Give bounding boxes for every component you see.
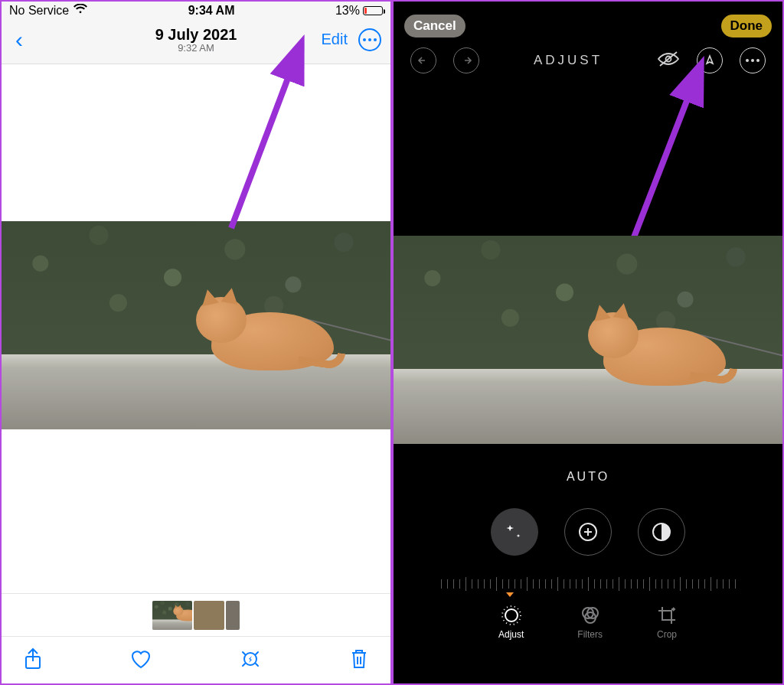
more-button[interactable] [358,28,381,51]
photo-area[interactable] [2,64,390,593]
auto-enhance-effect[interactable] [491,508,538,556]
tab-adjust[interactable]: Adjust [498,605,524,640]
nav-bar: ‹ 9 July 2021 9:32 AM Edit [2,20,390,64]
wifi-icon [74,4,87,18]
status-bar: No Service 9:34 AM 13% [2,2,390,20]
battery-pct: 13% [335,4,360,18]
svg-point-8 [505,609,518,621]
carrier-label: No Service [9,4,69,18]
more-options-button[interactable] [740,47,766,73]
adjust-name-label: AUTO [394,470,782,484]
photo-editor-screen: Cancel Done ADJUST [392,0,784,685]
editor-topbar: Cancel Done [394,8,782,44]
annotation-arrow [216,37,338,239]
edit-button[interactable]: Edit [322,31,348,48]
heart-icon[interactable] [129,648,152,673]
trash-icon[interactable] [349,647,369,674]
editor-toolbar: ADJUST [394,46,782,75]
photo [2,221,390,429]
thumbnail[interactable] [152,601,192,630]
done-button[interactable]: Done [721,15,773,38]
tab-label: Crop [657,629,677,640]
exposure-effect[interactable] [564,508,612,556]
photos-viewer-screen: No Service 9:34 AM 13% ‹ 9 July 2021 9:3… [0,0,392,685]
svg-line-5 [634,67,700,237]
brilliance-effect[interactable] [638,508,685,556]
thumbnail-strip[interactable] [2,593,390,636]
tab-crop[interactable]: Crop [656,605,678,640]
redo-button[interactable] [453,47,479,73]
live-photo-icon[interactable] [238,647,263,674]
undo-button[interactable] [410,47,436,73]
clock-label: 9:34 AM [188,4,235,18]
editor-bottom-tabs: Adjust Filters Crop [394,595,782,651]
toggle-original-icon[interactable] [657,51,680,70]
thumbnail[interactable] [194,601,224,630]
cancel-button[interactable]: Cancel [404,15,466,38]
editor-title: ADJUST [534,53,603,68]
tab-filters[interactable]: Filters [577,605,603,640]
svg-line-0 [231,46,300,228]
thumbnail[interactable] [226,601,240,630]
share-icon[interactable] [23,647,43,674]
bottom-toolbar [2,636,390,683]
adjust-slider-ruler[interactable] [394,572,782,595]
markup-button[interactable] [697,47,723,73]
tab-label: Filters [577,629,603,640]
battery-icon [363,6,383,15]
tab-label: Adjust [498,629,524,640]
annotation-arrow [623,60,730,246]
active-tab-caret [506,592,514,597]
back-button[interactable]: ‹ [11,27,28,53]
editor-photo[interactable] [394,236,782,444]
adjust-effects-row[interactable] [394,508,782,556]
